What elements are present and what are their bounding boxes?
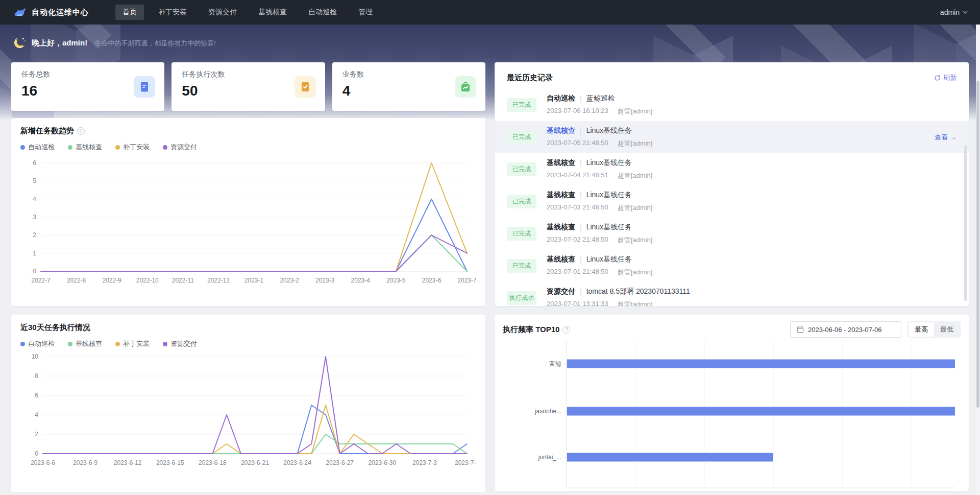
legend-item[interactable]: 基线核查 [68, 143, 102, 152]
history-row[interactable]: 已完成自动巡检蓝鲸巡检2023-07-06 16:10:23超管[admin] [495, 89, 969, 121]
app-title: 自动化运维中心 [32, 8, 89, 17]
legend-item[interactable]: 资源交付 [163, 339, 197, 348]
svg-text:2023-4: 2023-4 [351, 277, 371, 284]
user-name: admin [940, 8, 960, 16]
svg-text:2: 2 [33, 231, 36, 239]
chart1-title: 新增任务数趋势 [20, 126, 74, 136]
history-type: 基线核查 [547, 158, 575, 168]
svg-text:jasonhe...: jasonhe... [534, 408, 561, 415]
svg-text:2022-7: 2022-7 [31, 277, 51, 284]
divider [580, 255, 582, 264]
svg-text:5: 5 [33, 177, 36, 184]
legend-dot-icon [68, 145, 72, 150]
history-type: 资源交付 [547, 287, 575, 296]
history-time: 2023-07-06 16:10:23 [547, 107, 608, 116]
svg-text:4: 4 [35, 411, 38, 418]
legend-item[interactable]: 基线核查 [68, 339, 102, 348]
page-scrollbar-thumb[interactable] [976, 81, 979, 408]
legend-dot-icon [20, 342, 25, 346]
date-range-picker[interactable]: 2023-06-06 - 2023-07-06 [790, 321, 901, 338]
legend-label: 资源交付 [170, 143, 197, 152]
legend-dot-icon [68, 342, 72, 346]
bar[interactable] [567, 453, 773, 462]
history-row[interactable]: 已完成基线核查Linux基线任务2023-07-05 21:48:50超管[ad… [495, 121, 969, 153]
top10-bar-canvas: 蓝鲸jasonhe...juntai_... [503, 340, 961, 491]
document-icon [134, 76, 155, 98]
history-time: 2023-07-04 21:48:51 [547, 171, 608, 180]
svg-text:2023-7-3: 2023-7-3 [412, 459, 437, 466]
history-operator: 超管[admin] [618, 300, 653, 306]
history-operator: 超管[admin] [618, 171, 653, 180]
history-task-name: Linux基线任务 [586, 126, 632, 135]
svg-text:0: 0 [35, 450, 38, 457]
legend-item[interactable]: 补丁安装 [115, 143, 150, 152]
svg-text:2023-7-6: 2023-7-6 [455, 459, 476, 466]
svg-text:蓝鲸: 蓝鲸 [549, 360, 561, 367]
legend-item[interactable]: 补丁安装 [115, 339, 150, 348]
history-operator: 超管[admin] [618, 139, 653, 148]
chevron-down-icon [963, 11, 968, 14]
nav-item[interactable]: 资源交付 [201, 5, 244, 20]
history-task-name: Linux基线任务 [586, 158, 632, 168]
legend-item[interactable]: 资源交付 [163, 143, 197, 152]
history-time: 2023-07-03 21:48:50 [547, 203, 608, 213]
status-badge: 已完成 [507, 195, 536, 208]
view-label: 查看 [935, 133, 948, 141]
history-row[interactable]: 已完成基线核查Linux基线任务2023-07-01 21:48:50超管[ad… [495, 250, 969, 282]
user-menu[interactable]: admin [940, 8, 968, 16]
nav-item[interactable]: 首页 [115, 5, 144, 20]
svg-text:2: 2 [35, 431, 38, 438]
nav-item[interactable]: 基线核查 [251, 5, 294, 20]
legend-item[interactable]: 自动巡检 [20, 339, 55, 348]
svg-text:2023-7: 2023-7 [457, 277, 476, 284]
help-icon[interactable] [562, 326, 570, 334]
legend-item[interactable]: 自动巡检 [20, 143, 55, 152]
legend-label: 基线核查 [76, 143, 102, 152]
history-time: 2023-07-01 21:48:50 [547, 268, 608, 277]
page-scrollbar[interactable] [976, 25, 980, 495]
stat-card: 业务数4 [332, 62, 485, 111]
history-type: 基线核查 [547, 223, 575, 232]
briefcase-trend-icon [455, 76, 476, 98]
view-link[interactable]: 查看 [935, 133, 957, 142]
toggle-lowest[interactable]: 最低 [934, 322, 960, 337]
svg-text:0: 0 [33, 268, 36, 275]
svg-text:2023-1: 2023-1 [244, 277, 264, 284]
divider [580, 159, 582, 167]
svg-text:4: 4 [33, 196, 36, 203]
history-task-name: Linux基线任务 [586, 191, 632, 200]
divider [580, 288, 582, 296]
divider [580, 95, 582, 103]
nav-item[interactable]: 自动巡检 [301, 5, 344, 20]
legend-dot-icon [115, 145, 120, 150]
legend-label: 补丁安装 [123, 143, 150, 152]
svg-text:2023-6-30: 2023-6-30 [368, 459, 396, 466]
refresh-button[interactable]: 刷新 [934, 73, 957, 82]
nav-item[interactable]: 补丁安装 [151, 5, 194, 20]
svg-text:2023-2: 2023-2 [280, 277, 299, 284]
greeting-banner: 晚上好，admin! 生命中的不期而遇，都是你努力中的惊喜! [0, 25, 980, 54]
history-row[interactable]: 执行成功资源交付tomcat 8.5部署 202307011331112023-… [495, 282, 969, 306]
toggle-highest[interactable]: 最高 [909, 322, 934, 337]
history-type[interactable]: 基线核查 [547, 126, 575, 135]
svg-text:2023-6: 2023-6 [422, 277, 442, 284]
history-row[interactable]: 已完成基线核查Linux基线任务2023-07-02 21:48:50超管[ad… [495, 218, 969, 250]
history-row[interactable]: 已完成基线核查Linux基线任务2023-07-04 21:48:51超管[ad… [495, 153, 969, 185]
legend-label: 基线核查 [76, 339, 102, 348]
history-time: 2023-07-01 13:31:33 [547, 300, 608, 306]
stats-row: 任务总数16任务执行次数50业务数4 [11, 62, 485, 111]
refresh-icon [934, 75, 941, 81]
nav-item[interactable]: 管理 [351, 5, 380, 20]
history-row[interactable]: 已完成基线核查Linux基线任务2023-07-03 21:48:50超管[ad… [495, 185, 969, 218]
divider [580, 127, 582, 135]
svg-text:1: 1 [33, 250, 36, 257]
bar[interactable] [567, 407, 955, 416]
svg-text:2022-8: 2022-8 [67, 277, 86, 284]
chart2-title: 近30天任务执行情况 [20, 323, 90, 333]
history-scrollbar-thumb[interactable] [964, 145, 967, 301]
legend-dot-icon [163, 145, 167, 150]
chart2-canvas: 02468102023-6-62023-6-92023-6-122023-6-1… [20, 350, 476, 481]
bar[interactable] [567, 360, 955, 368]
history-list: 已完成自动巡检蓝鲸巡检2023-07-06 16:10:23超管[admin]已… [495, 89, 969, 306]
help-icon[interactable] [77, 127, 85, 135]
